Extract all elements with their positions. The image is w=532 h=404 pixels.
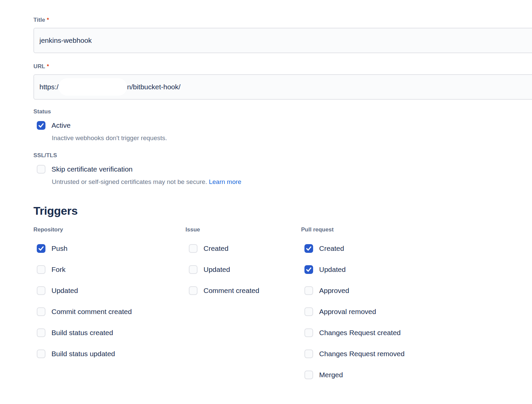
title-label: Title — [33, 17, 45, 23]
active-checkbox[interactable] — [37, 121, 45, 130]
skip-cert-checkbox[interactable] — [37, 165, 45, 174]
repository-column: Repository Push Fork Updated Commit comm… — [33, 226, 185, 391]
skip-cert-checkbox-label: Skip certificate verification — [51, 165, 133, 173]
checkbox[interactable] — [304, 286, 313, 295]
checkbox-label: Updated — [204, 266, 230, 274]
trigger-pr-merged[interactable]: Merged — [304, 370, 532, 380]
checkbox-label: Updated — [51, 287, 78, 295]
checkbox-label: Merged — [319, 371, 343, 379]
checkbox[interactable] — [189, 265, 197, 274]
active-checkbox-row[interactable]: Active — [37, 121, 532, 130]
checkmark-icon — [38, 246, 44, 251]
trigger-pr-changes-request-removed[interactable]: Changes Request removed — [304, 349, 532, 359]
checkbox[interactable] — [37, 328, 45, 337]
checkbox[interactable] — [304, 371, 313, 379]
trigger-issue-created[interactable]: Created — [189, 244, 301, 253]
status-helper-text: Inactive webhooks don't trigger requests… — [52, 134, 532, 142]
trigger-repo-fork[interactable]: Fork — [37, 265, 185, 274]
repository-column-header: Repository — [33, 226, 185, 233]
checkbox[interactable] — [304, 349, 313, 358]
pull-request-column: Pull request Created Updated Approved Ap… — [301, 226, 532, 391]
ssl-label: SSL/TLS — [33, 152, 532, 159]
checkbox[interactable] — [37, 244, 45, 253]
checkmark-icon — [306, 267, 311, 272]
checkbox[interactable] — [37, 349, 45, 358]
checkbox[interactable] — [189, 286, 197, 295]
trigger-issue-updated[interactable]: Updated — [189, 265, 301, 274]
webhook-form: Title* URL* https:/n/bitbucket-hook/ Sta… — [0, 0, 532, 391]
checkbox-label: Created — [319, 244, 344, 252]
active-checkbox-label: Active — [51, 121, 71, 129]
trigger-repo-updated[interactable]: Updated — [37, 286, 185, 295]
trigger-issue-comment-created[interactable]: Comment created — [189, 286, 301, 295]
triggers-grid: Repository Push Fork Updated Commit comm… — [33, 226, 532, 391]
checkmark-icon — [306, 246, 311, 251]
trigger-pr-updated[interactable]: Updated — [304, 265, 532, 274]
trigger-pr-created[interactable]: Created — [304, 244, 532, 253]
checkbox-label: Approval removed — [319, 308, 376, 316]
checkbox[interactable] — [189, 244, 197, 253]
issue-column-header: Issue — [185, 226, 301, 233]
ssl-helper-sentence: Untrusted or self-signed certificates ma… — [52, 178, 209, 185]
url-value-suffix: n/bitbucket-hook/ — [127, 83, 180, 91]
url-field-block: URL* https:/n/bitbucket-hook/ — [33, 63, 532, 100]
triggers-heading: Triggers — [33, 204, 532, 217]
trigger-repo-build-status-updated[interactable]: Build status updated — [37, 349, 185, 359]
checkbox[interactable] — [37, 286, 45, 295]
checkbox-label: Created — [204, 244, 229, 252]
status-section: Status Active Inactive webhooks don't tr… — [33, 108, 532, 142]
checkbox-label: Changes Request removed — [319, 350, 405, 358]
checkbox-label: Updated — [319, 266, 346, 274]
status-label: Status — [33, 108, 532, 115]
checkbox-label: Comment created — [204, 287, 259, 295]
checkbox[interactable] — [304, 328, 313, 337]
trigger-pr-approval-removed[interactable]: Approval removed — [304, 307, 532, 316]
trigger-repo-push[interactable]: Push — [37, 244, 185, 253]
title-input[interactable] — [33, 28, 532, 53]
checkbox[interactable] — [304, 244, 313, 253]
checkbox-label: Build status updated — [51, 350, 115, 358]
learn-more-link[interactable]: Learn more — [209, 178, 241, 185]
title-field-block: Title* — [33, 17, 532, 53]
url-value-prefix: https:/ — [39, 83, 58, 91]
checkbox-label: Fork — [51, 266, 65, 274]
url-label: URL — [33, 63, 45, 70]
checkbox-label: Commit comment created — [51, 308, 132, 316]
checkmark-icon — [38, 123, 44, 128]
trigger-pr-approved[interactable]: Approved — [304, 286, 532, 295]
pull-request-column-header: Pull request — [301, 226, 532, 233]
checkbox-label: Changes Request created — [319, 329, 401, 337]
trigger-repo-commit-comment-created[interactable]: Commit comment created — [37, 307, 185, 316]
checkbox[interactable] — [304, 265, 313, 274]
checkbox-label: Approved — [319, 287, 349, 295]
ssl-section: SSL/TLS Skip certificate verification Un… — [33, 152, 532, 186]
checkbox[interactable] — [37, 265, 45, 274]
skip-cert-checkbox-row[interactable]: Skip certificate verification — [37, 165, 532, 174]
trigger-repo-build-status-created[interactable]: Build status created — [37, 328, 185, 337]
required-asterisk: * — [47, 64, 49, 69]
trigger-pr-changes-request-created[interactable]: Changes Request created — [304, 328, 532, 337]
url-input[interactable]: https:/n/bitbucket-hook/ — [33, 74, 532, 100]
checkbox[interactable] — [304, 307, 313, 316]
redaction-overlay — [58, 78, 127, 96]
required-asterisk: * — [47, 17, 49, 23]
checkbox-label: Push — [51, 244, 68, 252]
checkbox-label: Build status created — [51, 329, 113, 337]
ssl-helper-text: Untrusted or self-signed certificates ma… — [52, 178, 532, 186]
checkbox[interactable] — [37, 307, 45, 316]
issue-column: Issue Created Updated Comment created — [185, 226, 301, 391]
